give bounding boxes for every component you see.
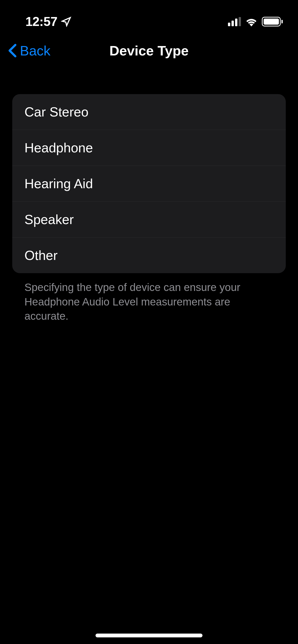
list-item-label: Car Stereo [24, 105, 88, 119]
device-type-list: Car Stereo Headphone Hearing Aid Speaker… [12, 94, 286, 273]
option-speaker[interactable]: Speaker [12, 202, 286, 238]
page-title: Device Type [109, 43, 188, 58]
status-right [228, 17, 283, 26]
back-label: Back [20, 43, 50, 58]
list-item-label: Other [24, 248, 58, 263]
list-item-label: Speaker [24, 212, 74, 227]
option-hearing-aid[interactable]: Hearing Aid [12, 166, 286, 202]
home-indicator[interactable] [96, 634, 202, 637]
back-button[interactable]: Back [8, 43, 50, 58]
option-other[interactable]: Other [12, 238, 286, 273]
navigation-bar: Back Device Type [0, 33, 298, 66]
list-item-label: Hearing Aid [24, 176, 93, 191]
cellular-signal-icon [228, 17, 241, 26]
option-headphone[interactable]: Headphone [12, 130, 286, 166]
status-left: 12:57 [25, 14, 72, 29]
status-bar: 12:57 [0, 0, 298, 33]
chevron-left-icon [8, 43, 17, 58]
footer-description: Specifying the type of device can ensure… [12, 273, 286, 324]
status-time: 12:57 [25, 14, 57, 29]
option-car-stereo[interactable]: Car Stereo [12, 94, 286, 130]
location-icon [61, 16, 72, 27]
list-item-label: Headphone [24, 140, 93, 155]
battery-icon [262, 17, 283, 26]
content-area: Car Stereo Headphone Hearing Aid Speaker… [0, 66, 298, 324]
wifi-icon [245, 17, 258, 26]
